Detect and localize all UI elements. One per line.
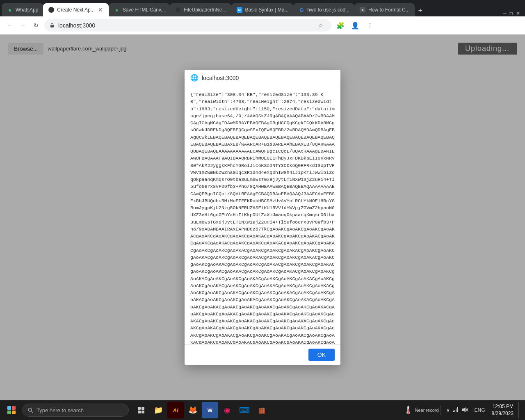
firefox-icon[interactable]: 🦊: [185, 402, 201, 418]
modal-overlay: 🌐 localhost:3000 {"realSize":"308.34 KB"…: [0, 34, 525, 400]
app8-icon[interactable]: ▦: [253, 402, 270, 418]
modal-header: 🌐 localhost:3000: [185, 70, 340, 86]
address-input-container[interactable]: localhost:3000 ☆: [44, 19, 331, 32]
svg-rect-7: [142, 411, 144, 413]
lock-icon: [49, 23, 55, 28]
taskbar-right: 🌡️ Near record ∧: [404, 402, 523, 418]
back-button[interactable]: ←: [5, 21, 15, 30]
maximize-button[interactable]: □: [510, 11, 513, 16]
search-placeholder-text: Type here to search: [37, 407, 84, 413]
tab-title-how-to-use-js: hwo to use js cod...: [307, 7, 349, 13]
word-icon[interactable]: W: [202, 402, 218, 418]
address-bar: ← → ↻ localhost:3000 ☆ 🧩 👤 ⋮: [0, 16, 525, 34]
tab-title-how-to-format: How to Format C...: [368, 7, 410, 13]
new-tab-button[interactable]: +: [415, 5, 426, 16]
profile-button[interactable]: 👤: [349, 20, 361, 31]
forward-button[interactable]: →: [18, 21, 28, 30]
taskbar-search[interactable]: Type here to search: [22, 404, 129, 417]
start-button[interactable]: [2, 400, 21, 420]
tray-divider: [441, 405, 441, 415]
windows-icon: [7, 406, 16, 414]
refresh-button[interactable]: ↻: [31, 21, 41, 30]
network-icon[interactable]: [452, 406, 459, 414]
modal-content-text[interactable]: {"realSize":"308.34 KB","resizedSize":"1…: [185, 86, 340, 344]
tab-how-to-use-js[interactable]: G hwo to use js cod...: [293, 3, 354, 16]
show-desktop-button[interactable]: [518, 402, 520, 418]
address-icons: ☆: [315, 20, 326, 31]
weather-widget[interactable]: 🌡️ Near record: [404, 406, 439, 415]
modal-body: {"realSize":"308.34 KB","resizedSize":"1…: [185, 86, 340, 344]
page-content: Browse... wallpaperflare.com_wallpaper.j…: [0, 34, 525, 400]
tab-favicon-how-to-use-js: G: [298, 7, 305, 13]
taskbar-app-icons: 📁 Ai 🦊 W ◉ ⌨ ▦: [131, 402, 272, 418]
svg-rect-10: [456, 409, 457, 412]
browser-chrome: ● WhatsApp Create Next Ap... ✕ ● Save HT…: [0, 0, 525, 34]
menu-button[interactable]: ⋮: [364, 20, 376, 31]
tab-title-basic-syntax: Basic Syntax | Ma...: [245, 7, 289, 13]
tab-save-html[interactable]: ● Save HTML Canv...: [109, 3, 170, 16]
modal-dialog: 🌐 localhost:3000 {"realSize":"308.34 KB"…: [185, 70, 340, 365]
svg-rect-11: [457, 407, 458, 412]
thermometer-icon: 🌡️: [404, 406, 413, 415]
svg-rect-4: [138, 407, 141, 410]
tab-create-next[interactable]: Create Next Ap... ✕: [43, 3, 108, 16]
svg-marker-12: [462, 407, 466, 412]
weather-text: Near record: [415, 408, 439, 413]
tab-favicon-create-next: [48, 7, 55, 13]
file-explorer-icon[interactable]: 📁: [150, 402, 167, 418]
speaker-icon[interactable]: [461, 406, 468, 414]
back-icon: ←: [7, 22, 13, 29]
modal-footer: OK: [185, 344, 340, 365]
language-indicator[interactable]: ENG: [473, 407, 487, 413]
tab-basic-syntax[interactable]: M Basic Syntax | Ma...: [231, 3, 294, 16]
taskbar: Type here to search 📁 Ai 🦊 W ◉ ⌨ ▦ 🌡️ Ne…: [0, 400, 525, 420]
network-svg: [452, 406, 459, 413]
tab-title-save-html: Save HTML Canv...: [123, 7, 165, 13]
minimize-button[interactable]: ─: [503, 11, 507, 16]
app6-icon[interactable]: ◉: [219, 402, 235, 418]
svg-rect-9: [454, 410, 455, 412]
tab-whatsapp[interactable]: ● WhatsApp: [2, 3, 43, 16]
tab-title-create-next: Create Next Ap...: [57, 7, 94, 13]
tab-controls: ─ □ ✕: [503, 11, 523, 16]
tab-close-create-next[interactable]: ✕: [97, 7, 104, 13]
forward-icon: →: [20, 22, 26, 29]
tab-favicon-basic-syntax: M: [236, 7, 243, 13]
speaker-svg: [461, 406, 468, 413]
close-browser-button[interactable]: ✕: [516, 11, 520, 16]
ok-button[interactable]: OK: [308, 349, 335, 361]
svg-point-0: [176, 7, 180, 12]
svg-rect-5: [142, 407, 144, 410]
globe-icon: 🌐: [190, 74, 199, 82]
modal-url-text: localhost:3000: [202, 75, 239, 81]
tab-how-to-format[interactable]: A How to Format C...: [354, 3, 415, 16]
vscode-icon[interactable]: ⌨: [236, 402, 253, 418]
bookmark-button[interactable]: ☆: [315, 20, 326, 31]
system-tray: ∧: [443, 406, 471, 414]
svg-point-2: [28, 408, 32, 411]
tab-fileuploader[interactable]: FileUploaderInNe...: [170, 3, 231, 16]
tab-title-fileuploader: FileUploaderInNe...: [184, 7, 226, 13]
tab-favicon-save-html: ●: [114, 7, 120, 13]
tab-favicon-whatsapp: ●: [7, 7, 13, 13]
svg-rect-6: [138, 411, 141, 413]
svg-rect-8: [453, 411, 454, 412]
tab-bar: ● WhatsApp Create Next Ap... ✕ ● Save HT…: [0, 0, 525, 16]
date-text: 8/29/2023: [492, 410, 514, 417]
clock-display[interactable]: 12:05 PM 8/29/2023: [488, 403, 517, 417]
tab-title-whatsapp: WhatsApp: [16, 7, 38, 13]
refresh-icon: ↻: [34, 22, 39, 29]
time-text: 12:05 PM: [492, 403, 514, 410]
task-view-icon: [137, 406, 145, 414]
tray-arrow-icon[interactable]: ∧: [446, 407, 450, 413]
svg-rect-1: [50, 25, 54, 27]
extensions-button[interactable]: 🧩: [335, 20, 346, 31]
tab-favicon-fileuploader: [175, 7, 181, 13]
search-icon: [27, 407, 33, 413]
address-text: localhost:3000: [58, 22, 95, 29]
illustrator-icon[interactable]: Ai: [167, 402, 184, 418]
task-view-button[interactable]: [133, 402, 149, 418]
tab-favicon-how-to-format: A: [359, 7, 366, 13]
svg-line-3: [32, 411, 33, 413]
